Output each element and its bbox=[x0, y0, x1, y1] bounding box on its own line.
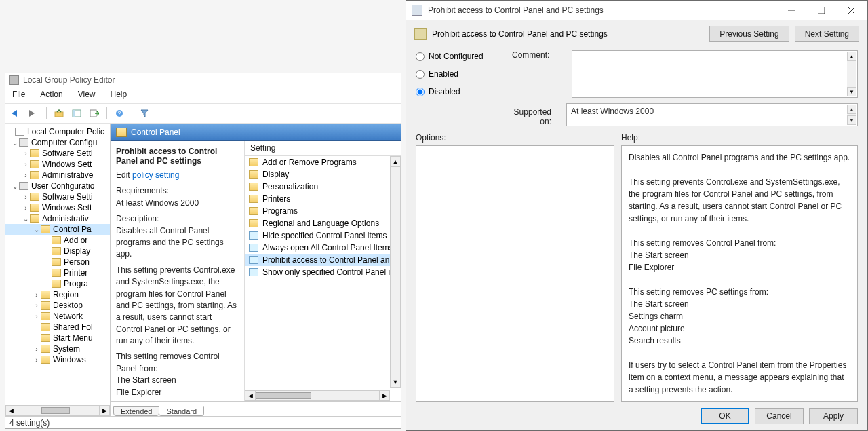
list-vertical-scrollbar[interactable]: ▲ ▼ bbox=[390, 156, 401, 388]
tree-user-config[interactable]: ⌄User Configuratio bbox=[5, 181, 110, 191]
radio-not-configured[interactable]: Not Configured bbox=[416, 52, 497, 61]
list-item-label: Show only specified Control Panel it bbox=[262, 267, 392, 277]
policy-tree[interactable]: Local Computer Polic ⌄Computer Configu ›… bbox=[5, 124, 111, 416]
scroll-track[interactable] bbox=[256, 390, 379, 401]
tree-cp-progra[interactable]: Progra bbox=[5, 278, 110, 289]
tree-cc-software[interactable]: ›Software Setti bbox=[5, 148, 110, 159]
edit-policy-link[interactable]: policy setting bbox=[132, 170, 179, 180]
next-setting-button[interactable]: Next Setting bbox=[795, 26, 859, 42]
details-header-text: Control Panel bbox=[131, 128, 180, 137]
help-button[interactable]: ? bbox=[113, 107, 126, 120]
folder-icon bbox=[249, 170, 258, 179]
list-item[interactable]: Display bbox=[245, 168, 401, 181]
up-button[interactable] bbox=[52, 107, 66, 120]
radio-enabled[interactable]: Enabled bbox=[416, 69, 497, 79]
list-item-label: Personalization bbox=[262, 182, 318, 191]
radio-disabled[interactable]: Disabled bbox=[416, 87, 497, 96]
list-item[interactable]: Personalization bbox=[245, 181, 401, 193]
tree-start[interactable]: Start Menu bbox=[5, 333, 110, 343]
cancel-button[interactable]: Cancel bbox=[755, 408, 804, 424]
folder-icon bbox=[249, 207, 258, 215]
tree-cp-region[interactable]: ›Region bbox=[5, 289, 110, 300]
close-button[interactable] bbox=[836, 1, 866, 20]
scroll-left-button[interactable]: ◀ bbox=[5, 405, 16, 416]
svg-rect-0 bbox=[55, 112, 63, 117]
settings-list[interactable]: Add or Remove ProgramsDisplayPersonaliza… bbox=[245, 156, 401, 278]
scroll-down-button[interactable]: ▼ bbox=[847, 115, 856, 125]
tree-uc-software[interactable]: ›Software Setti bbox=[5, 191, 110, 202]
tree-network[interactable]: ›Network bbox=[5, 311, 110, 322]
menu-file[interactable]: File bbox=[12, 90, 25, 99]
scroll-track[interactable] bbox=[390, 167, 401, 377]
scroll-thumb[interactable] bbox=[256, 392, 311, 399]
back-button[interactable] bbox=[9, 107, 23, 120]
list-item[interactable]: Hide specified Control Panel items bbox=[245, 229, 401, 242]
tab-standard[interactable]: Standard bbox=[159, 406, 204, 416]
list-item-label: Display bbox=[262, 170, 289, 179]
tree-control-panel[interactable]: ⌄Control Pa bbox=[5, 224, 110, 235]
filter-button[interactable] bbox=[138, 107, 151, 120]
scroll-left-button[interactable]: ◀ bbox=[245, 390, 256, 401]
list-item-label: Printers bbox=[262, 194, 290, 204]
details-tabs: Extended Standard bbox=[111, 401, 401, 416]
help-box[interactable]: Disables all Control Panel programs and … bbox=[621, 145, 858, 402]
document-icon bbox=[15, 128, 24, 136]
tab-extended[interactable]: Extended bbox=[113, 406, 159, 416]
menu-action[interactable]: Action bbox=[40, 90, 62, 99]
folder-icon bbox=[41, 323, 50, 331]
scroll-right-button[interactable]: ▶ bbox=[379, 390, 390, 401]
list-item[interactable]: Programs bbox=[245, 205, 401, 217]
scroll-right-button[interactable]: ▶ bbox=[99, 405, 110, 416]
scroll-up-button[interactable]: ▲ bbox=[847, 105, 856, 114]
policy-dialog: Prohibit access to Control Panel and PC … bbox=[406, 0, 868, 431]
folder-icon bbox=[30, 204, 39, 212]
tree-system[interactable]: ›System bbox=[5, 343, 110, 354]
list-item[interactable]: Always open All Control Panel Items bbox=[245, 242, 401, 254]
tree-uc-admin[interactable]: ⌄Administrativ bbox=[5, 213, 110, 224]
minimize-button[interactable] bbox=[776, 1, 806, 20]
tree-cp-person[interactable]: Person bbox=[5, 257, 110, 267]
list-item[interactable]: Regional and Language Options bbox=[245, 217, 401, 229]
menu-view[interactable]: View bbox=[78, 90, 96, 99]
dialog-titlebar: Prohibit access to Control Panel and PC … bbox=[406, 1, 867, 20]
settings-list-header[interactable]: Setting bbox=[245, 141, 401, 156]
comment-textbox[interactable]: ▲ ▼ bbox=[572, 50, 858, 98]
scroll-thumb[interactable] bbox=[41, 407, 71, 414]
maximize-button[interactable] bbox=[806, 1, 836, 20]
forward-button[interactable] bbox=[27, 107, 41, 120]
list-item[interactable]: Add or Remove Programs bbox=[245, 156, 401, 168]
scroll-down-button[interactable]: ▼ bbox=[390, 377, 401, 388]
tree-root[interactable]: Local Computer Polic bbox=[5, 126, 110, 137]
tree-uc-windows[interactable]: ›Windows Sett bbox=[5, 202, 110, 213]
tree-shared[interactable]: Shared Fol bbox=[5, 322, 110, 333]
options-box bbox=[416, 145, 614, 402]
scroll-up-button[interactable]: ▲ bbox=[847, 52, 856, 61]
tree-cc-admin[interactable]: ›Administrative bbox=[5, 170, 110, 181]
previous-setting-button[interactable]: Previous Setting bbox=[709, 26, 789, 42]
scroll-track[interactable] bbox=[16, 405, 99, 416]
tree-horizontal-scrollbar[interactable]: ◀ ▶ bbox=[5, 405, 110, 416]
list-item[interactable]: Printers bbox=[245, 193, 401, 205]
export-button[interactable] bbox=[87, 107, 101, 120]
comment-scrollbar[interactable]: ▲ ▼ bbox=[847, 52, 856, 96]
scroll-down-button[interactable]: ▼ bbox=[847, 87, 856, 96]
tree-cc-windows[interactable]: ›Windows Sett bbox=[5, 159, 110, 170]
apply-button[interactable]: Apply bbox=[809, 408, 858, 424]
tree-cp-printer[interactable]: Printer bbox=[5, 267, 110, 278]
tree-cp-display[interactable]: Display bbox=[5, 246, 110, 257]
tree-desktop[interactable]: ›Desktop bbox=[5, 300, 110, 311]
tree-cp-add[interactable]: Add or bbox=[5, 235, 110, 246]
ok-button[interactable]: OK bbox=[701, 408, 749, 424]
tree-computer-config[interactable]: ⌄Computer Configu bbox=[5, 137, 110, 148]
supported-scrollbar[interactable]: ▲ ▼ bbox=[847, 105, 856, 125]
list-horizontal-scrollbar[interactable]: ◀ ▶ bbox=[245, 390, 390, 401]
tree-windows[interactable]: ›Windows bbox=[5, 354, 110, 365]
list-item[interactable]: Prohibit access to Control Panel and bbox=[245, 254, 401, 266]
show-hide-tree-button[interactable] bbox=[70, 107, 83, 120]
folder-icon bbox=[52, 280, 61, 288]
menu-help[interactable]: Help bbox=[111, 90, 127, 99]
description-block-2: This setting prevents Control.exe and Sy… bbox=[116, 265, 239, 348]
scroll-up-button[interactable]: ▲ bbox=[390, 156, 401, 167]
list-item[interactable]: Show only specified Control Panel it bbox=[245, 266, 401, 278]
list-item-label: Always open All Control Panel Items bbox=[262, 243, 393, 252]
